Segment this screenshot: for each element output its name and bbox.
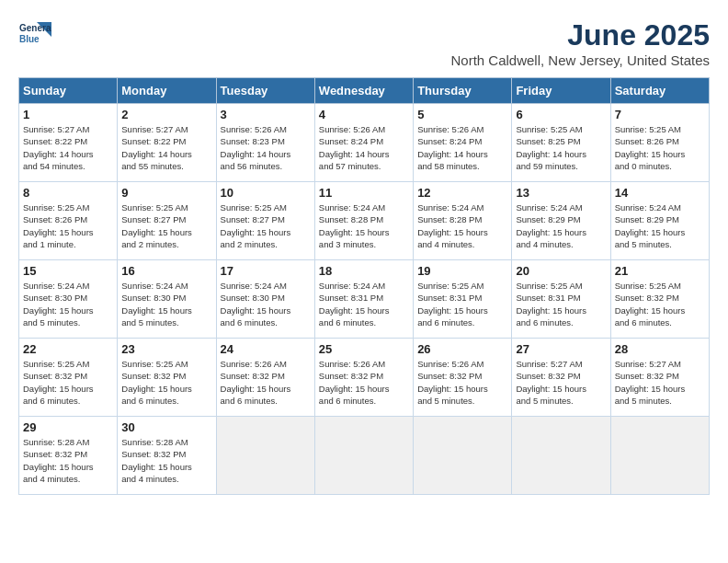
calendar-header-row: SundayMondayTuesdayWednesdayThursdayFrid…	[19, 78, 710, 104]
calendar-header-cell: Thursday	[414, 78, 512, 104]
day-info: Sunrise: 5:26 AM Sunset: 8:24 PM Dayligh…	[417, 123, 507, 172]
calendar-day-cell: 18Sunrise: 5:24 AM Sunset: 8:31 PM Dayli…	[314, 260, 413, 339]
day-info: Sunrise: 5:24 AM Sunset: 8:28 PM Dayligh…	[319, 201, 409, 250]
day-info: Sunrise: 5:24 AM Sunset: 8:29 PM Dayligh…	[516, 201, 606, 250]
day-number: 19	[417, 264, 507, 278]
calendar-day-cell	[512, 417, 610, 495]
calendar-day-cell: 29Sunrise: 5:28 AM Sunset: 8:32 PM Dayli…	[19, 417, 118, 495]
day-number: 7	[615, 108, 705, 121]
calendar-day-cell: 14Sunrise: 5:24 AM Sunset: 8:29 PM Dayli…	[610, 182, 709, 260]
calendar-table: SundayMondayTuesdayWednesdayThursdayFrid…	[18, 77, 710, 495]
day-info: Sunrise: 5:25 AM Sunset: 8:31 PM Dayligh…	[516, 280, 606, 328]
calendar-day-cell: 25Sunrise: 5:26 AM Sunset: 8:32 PM Dayli…	[314, 339, 413, 417]
calendar-day-cell: 9Sunrise: 5:25 AM Sunset: 8:27 PM Daylig…	[118, 182, 216, 260]
calendar-day-cell: 19Sunrise: 5:25 AM Sunset: 8:31 PM Dayli…	[414, 260, 512, 339]
day-info: Sunrise: 5:25 AM Sunset: 8:32 PM Dayligh…	[121, 358, 211, 407]
day-info: Sunrise: 5:24 AM Sunset: 8:29 PM Dayligh…	[615, 201, 705, 250]
day-number: 14	[615, 186, 705, 200]
day-info: Sunrise: 5:25 AM Sunset: 8:27 PM Dayligh…	[121, 201, 211, 250]
day-info: Sunrise: 5:25 AM Sunset: 8:26 PM Dayligh…	[615, 123, 705, 172]
calendar-day-cell: 30Sunrise: 5:28 AM Sunset: 8:32 PM Dayli…	[118, 417, 216, 495]
calendar-day-cell: 21Sunrise: 5:25 AM Sunset: 8:32 PM Dayli…	[610, 260, 709, 339]
calendar-day-cell: 20Sunrise: 5:25 AM Sunset: 8:31 PM Dayli…	[512, 260, 610, 339]
day-number: 28	[615, 342, 705, 356]
calendar-week-row: 1Sunrise: 5:27 AM Sunset: 8:22 PM Daylig…	[19, 104, 710, 182]
day-info: Sunrise: 5:26 AM Sunset: 8:32 PM Dayligh…	[221, 358, 311, 407]
calendar-day-cell: 5Sunrise: 5:26 AM Sunset: 8:24 PM Daylig…	[414, 104, 512, 182]
day-info: Sunrise: 5:27 AM Sunset: 8:32 PM Dayligh…	[615, 358, 705, 407]
calendar-day-cell: 24Sunrise: 5:26 AM Sunset: 8:32 PM Dayli…	[216, 339, 314, 417]
day-number: 5	[417, 108, 507, 121]
day-number: 25	[319, 342, 409, 356]
day-number: 3	[221, 108, 311, 121]
day-info: Sunrise: 5:25 AM Sunset: 8:32 PM Dayligh…	[615, 280, 705, 328]
calendar-day-cell: 7Sunrise: 5:25 AM Sunset: 8:26 PM Daylig…	[610, 104, 709, 182]
day-number: 10	[221, 186, 311, 200]
svg-text:General: General	[19, 23, 51, 33]
day-number: 20	[516, 264, 606, 278]
calendar-day-cell: 10Sunrise: 5:25 AM Sunset: 8:27 PM Dayli…	[216, 182, 314, 260]
day-number: 1	[23, 108, 113, 121]
calendar-day-cell: 4Sunrise: 5:26 AM Sunset: 8:24 PM Daylig…	[314, 104, 413, 182]
day-number: 26	[417, 342, 507, 356]
calendar-week-row: 15Sunrise: 5:24 AM Sunset: 8:30 PM Dayli…	[19, 260, 710, 339]
day-info: Sunrise: 5:28 AM Sunset: 8:32 PM Dayligh…	[23, 436, 113, 485]
calendar-day-cell: 23Sunrise: 5:25 AM Sunset: 8:32 PM Dayli…	[118, 339, 216, 417]
day-number: 30	[121, 420, 211, 434]
day-number: 13	[516, 186, 606, 200]
day-number: 8	[23, 186, 113, 200]
day-info: Sunrise: 5:27 AM Sunset: 8:22 PM Dayligh…	[121, 123, 211, 172]
calendar-header-cell: Saturday	[610, 78, 709, 104]
day-number: 9	[121, 186, 211, 200]
calendar-day-cell	[414, 417, 512, 495]
calendar-day-cell	[314, 417, 413, 495]
calendar-header-cell: Monday	[118, 78, 216, 104]
day-info: Sunrise: 5:26 AM Sunset: 8:32 PM Dayligh…	[319, 358, 409, 407]
day-info: Sunrise: 5:25 AM Sunset: 8:31 PM Dayligh…	[417, 280, 507, 328]
logo-icon: General Blue	[18, 18, 51, 52]
day-info: Sunrise: 5:26 AM Sunset: 8:23 PM Dayligh…	[221, 123, 311, 172]
calendar-day-cell: 13Sunrise: 5:24 AM Sunset: 8:29 PM Dayli…	[512, 182, 610, 260]
calendar-header-cell: Friday	[512, 78, 610, 104]
day-info: Sunrise: 5:24 AM Sunset: 8:28 PM Dayligh…	[417, 201, 507, 250]
day-info: Sunrise: 5:28 AM Sunset: 8:32 PM Dayligh…	[121, 436, 211, 485]
day-number: 27	[516, 342, 606, 356]
day-number: 12	[417, 186, 507, 200]
day-info: Sunrise: 5:26 AM Sunset: 8:24 PM Dayligh…	[319, 123, 409, 172]
calendar-week-row: 22Sunrise: 5:25 AM Sunset: 8:32 PM Dayli…	[19, 339, 710, 417]
day-info: Sunrise: 5:25 AM Sunset: 8:25 PM Dayligh…	[516, 123, 606, 172]
location-title: North Caldwell, New Jersey, United State…	[451, 52, 711, 68]
day-number: 15	[23, 264, 113, 278]
day-info: Sunrise: 5:27 AM Sunset: 8:22 PM Dayligh…	[23, 123, 113, 172]
calendar-header-cell: Tuesday	[216, 78, 314, 104]
day-number: 22	[23, 342, 113, 356]
calendar-header-cell: Wednesday	[314, 78, 413, 104]
calendar-day-cell: 1Sunrise: 5:27 AM Sunset: 8:22 PM Daylig…	[19, 104, 118, 182]
calendar-day-cell: 2Sunrise: 5:27 AM Sunset: 8:22 PM Daylig…	[118, 104, 216, 182]
day-number: 17	[221, 264, 311, 278]
day-info: Sunrise: 5:24 AM Sunset: 8:30 PM Dayligh…	[23, 280, 113, 328]
page-header: General Blue June 2025 North Caldwell, N…	[18, 18, 710, 68]
title-area: June 2025 North Caldwell, New Jersey, Un…	[451, 18, 711, 68]
calendar-day-cell	[216, 417, 314, 495]
day-number: 4	[319, 108, 409, 121]
day-number: 18	[319, 264, 409, 278]
calendar-day-cell: 6Sunrise: 5:25 AM Sunset: 8:25 PM Daylig…	[512, 104, 610, 182]
calendar-day-cell: 28Sunrise: 5:27 AM Sunset: 8:32 PM Dayli…	[610, 339, 709, 417]
calendar-day-cell: 15Sunrise: 5:24 AM Sunset: 8:30 PM Dayli…	[19, 260, 118, 339]
calendar-day-cell	[610, 417, 709, 495]
calendar-week-row: 29Sunrise: 5:28 AM Sunset: 8:32 PM Dayli…	[19, 417, 710, 495]
day-info: Sunrise: 5:27 AM Sunset: 8:32 PM Dayligh…	[516, 358, 606, 407]
day-number: 11	[319, 186, 409, 200]
calendar-day-cell: 3Sunrise: 5:26 AM Sunset: 8:23 PM Daylig…	[216, 104, 314, 182]
svg-text:Blue: Blue	[19, 34, 40, 44]
calendar-day-cell: 16Sunrise: 5:24 AM Sunset: 8:30 PM Dayli…	[118, 260, 216, 339]
day-number: 6	[516, 108, 606, 121]
day-info: Sunrise: 5:24 AM Sunset: 8:31 PM Dayligh…	[319, 280, 409, 328]
calendar-week-row: 8Sunrise: 5:25 AM Sunset: 8:26 PM Daylig…	[19, 182, 710, 260]
day-info: Sunrise: 5:25 AM Sunset: 8:32 PM Dayligh…	[23, 358, 113, 407]
calendar-day-cell: 26Sunrise: 5:26 AM Sunset: 8:32 PM Dayli…	[414, 339, 512, 417]
calendar-body: 1Sunrise: 5:27 AM Sunset: 8:22 PM Daylig…	[19, 104, 710, 495]
day-info: Sunrise: 5:24 AM Sunset: 8:30 PM Dayligh…	[121, 280, 211, 328]
month-title: June 2025	[451, 18, 711, 52]
